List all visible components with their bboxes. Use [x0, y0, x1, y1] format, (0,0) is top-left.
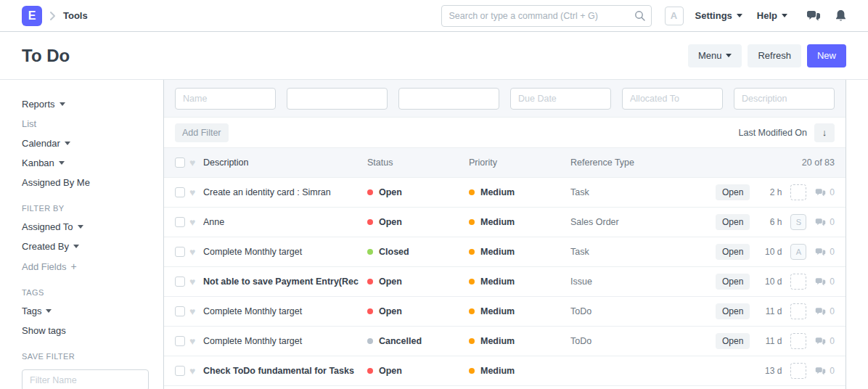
- row-description[interactable]: Complete Monthly target: [203, 306, 367, 316]
- sidebar-item-calendar[interactable]: Calendar: [22, 138, 149, 149]
- row-description[interactable]: Complete Monthly target: [203, 336, 367, 346]
- assignee-avatar[interactable]: [790, 184, 806, 200]
- row-status: Open: [367, 366, 469, 376]
- row-description[interactable]: Not able to save Payment Entry(Rec: [203, 277, 367, 287]
- assignment-status-badge[interactable]: Open: [716, 244, 750, 260]
- filter-due-date-field[interactable]: [510, 88, 611, 110]
- row-age: 6 h: [758, 217, 782, 227]
- table-row[interactable]: ♥ Complete Monthly target Open Medium To…: [164, 297, 846, 327]
- sort-by-label[interactable]: Last Modified On: [739, 128, 808, 138]
- row-description[interactable]: Check ToDo fundamental for Tasks: [203, 366, 367, 376]
- heart-icon[interactable]: ♥: [189, 217, 203, 227]
- row-checkbox[interactable]: [175, 187, 185, 197]
- help-menu[interactable]: Help: [757, 10, 787, 21]
- new-button[interactable]: New: [807, 44, 846, 67]
- row-checkbox[interactable]: [175, 277, 185, 287]
- row-priority: Medium: [469, 217, 570, 227]
- notifications-bell-icon[interactable]: [835, 9, 846, 22]
- search-icon[interactable]: [634, 10, 646, 25]
- heart-icon[interactable]: ♥: [189, 277, 203, 287]
- list-view: Add Filter Last Modified On ↓ ♥ Descript…: [163, 80, 846, 389]
- comments[interactable]: 0: [815, 306, 835, 316]
- sort-direction-button[interactable]: ↓: [814, 123, 835, 142]
- row-reference-type: ToDo: [570, 336, 716, 346]
- row-status: Open: [367, 217, 469, 227]
- comments[interactable]: 0: [815, 247, 835, 257]
- assignment-status-badge[interactable]: Open: [716, 214, 750, 230]
- table-row[interactable]: ♥ Anne Open Medium Sales Order Open 6 h …: [164, 208, 846, 237]
- breadcrumb[interactable]: Tools: [63, 10, 88, 21]
- sidebar-item-reports[interactable]: Reports: [22, 99, 149, 110]
- assignment-status-badge[interactable]: Open: [716, 333, 750, 349]
- sidebar-item-assigned-by-me[interactable]: Assigned By Me: [22, 177, 149, 188]
- assignee-avatar[interactable]: [790, 303, 806, 319]
- add-filter-button[interactable]: Add Filter: [175, 123, 229, 142]
- assignee-avatar[interactable]: [790, 274, 806, 290]
- sidebar-item-created-by[interactable]: Created By: [22, 241, 149, 252]
- select-all-checkbox[interactable]: [175, 157, 185, 168]
- comment-icon: [815, 277, 826, 287]
- header-priority: Priority: [469, 157, 570, 168]
- table-row[interactable]: ♥ Create an identity card : Simran Open …: [164, 178, 846, 208]
- assignee-avatar[interactable]: [790, 333, 806, 349]
- status-label: Open: [379, 187, 402, 197]
- table-row[interactable]: ♥ Complete Monthly target Closed Medium …: [164, 237, 846, 267]
- refresh-button[interactable]: Refresh: [748, 44, 801, 67]
- table-row[interactable]: ♥ Complete Monthly target Cancelled Medi…: [164, 327, 846, 356]
- chevron-down-icon: [737, 14, 742, 17]
- assignee-avatar[interactable]: S: [790, 214, 806, 230]
- sidebar-item-tags[interactable]: Tags: [22, 306, 149, 316]
- chat-icon[interactable]: [806, 10, 821, 22]
- user-avatar[interactable]: A: [665, 7, 684, 25]
- assignee-avatar[interactable]: A: [790, 244, 806, 260]
- menu-button[interactable]: Menu: [688, 44, 742, 67]
- page-title: To Do: [22, 46, 70, 66]
- assignment-status-badge[interactable]: Open: [716, 274, 750, 290]
- assignment-status-badge[interactable]: Open: [716, 303, 750, 319]
- filter-name-field[interactable]: [175, 88, 276, 110]
- filter-name-input[interactable]: [22, 369, 149, 389]
- row-meta: Open 11 d 0: [716, 333, 835, 349]
- row-age: 13 d: [758, 366, 782, 376]
- row-checkbox[interactable]: [175, 306, 185, 316]
- row-priority: Medium: [469, 366, 570, 376]
- record-count[interactable]: 20 of 83: [802, 157, 835, 168]
- row-description[interactable]: Complete Monthly target: [203, 247, 367, 257]
- heart-icon[interactable]: ♥: [189, 247, 203, 257]
- assignee-avatar[interactable]: [790, 363, 806, 379]
- search-input[interactable]: [441, 5, 652, 27]
- row-age: 11 d: [758, 306, 782, 316]
- filter-description-field[interactable]: [734, 88, 835, 110]
- row-checkbox[interactable]: [175, 336, 185, 346]
- sidebar-item-show-tags[interactable]: Show tags: [22, 325, 149, 336]
- comments[interactable]: 0: [815, 336, 835, 346]
- filter-status-field[interactable]: [287, 88, 388, 110]
- sidebar-item-assigned-to[interactable]: Assigned To: [22, 221, 149, 232]
- comments[interactable]: 0: [815, 366, 835, 376]
- comment-count: 0: [830, 217, 835, 227]
- sidebar-item-kanban[interactable]: Kanban: [22, 157, 149, 168]
- table-row[interactable]: ♥ Not able to save Payment Entry(Rec Ope…: [164, 267, 846, 297]
- heart-icon[interactable]: ♥: [189, 157, 203, 168]
- row-priority: Medium: [469, 277, 570, 287]
- heart-icon[interactable]: ♥: [189, 187, 203, 197]
- comments[interactable]: 0: [815, 187, 835, 197]
- sidebar-item-add-fields[interactable]: Add Fields +: [22, 261, 149, 272]
- heart-icon[interactable]: ♥: [189, 306, 203, 316]
- comments[interactable]: 0: [815, 217, 835, 227]
- app-logo[interactable]: E: [22, 6, 42, 26]
- row-description[interactable]: Create an identity card : Simran: [203, 187, 367, 197]
- table-row[interactable]: ♥ Check ToDo fundamental for Tasks Open …: [164, 356, 846, 386]
- sidebar-item-list[interactable]: List: [22, 118, 149, 129]
- settings-menu[interactable]: Settings: [695, 10, 742, 21]
- row-checkbox[interactable]: [175, 217, 185, 227]
- row-description[interactable]: Anne: [203, 217, 367, 227]
- heart-icon[interactable]: ♥: [189, 336, 203, 346]
- heart-icon[interactable]: ♥: [189, 366, 203, 376]
- filter-allocated-to-field[interactable]: [622, 88, 723, 110]
- row-checkbox[interactable]: [175, 247, 185, 257]
- comments[interactable]: 0: [815, 277, 835, 287]
- filter-priority-field[interactable]: [398, 88, 499, 110]
- assignment-status-badge[interactable]: Open: [716, 184, 750, 200]
- row-checkbox[interactable]: [175, 366, 185, 376]
